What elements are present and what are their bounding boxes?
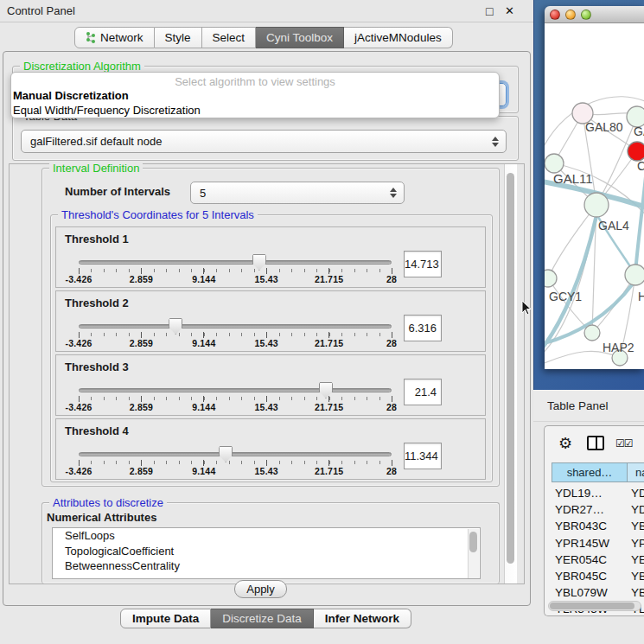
minimize-traffic-light[interactable] bbox=[565, 10, 576, 20]
zoom-traffic-light[interactable] bbox=[581, 10, 591, 20]
network-icon bbox=[86, 31, 96, 44]
network-node[interactable] bbox=[545, 270, 557, 287]
tab-discretize-data[interactable]: Discretize Data bbox=[211, 609, 314, 628]
table-panel-titlebar: Table Panel bbox=[533, 390, 644, 422]
tick-marks bbox=[79, 333, 392, 336]
numerical-attributes-label: Numerical Attributes bbox=[47, 511, 156, 524]
mouse-cursor bbox=[521, 300, 532, 316]
float-window-icon[interactable]: □ bbox=[486, 4, 493, 18]
table-rows: YDL19…YDL1 YDR27…YDR2 YBR043CYBR0 YPR145… bbox=[550, 485, 644, 616]
algorithm-dropdown-popup: Select algorithm to view settings Manual… bbox=[10, 72, 500, 118]
option-equal-width-frequency[interactable]: Equal Width/Frequency Discretization bbox=[13, 104, 495, 117]
network-window[interactable]: GAL80 GA C GAL11 GAL4 GCY1 H HAP2 bbox=[545, 6, 644, 369]
tick-marks bbox=[79, 461, 392, 464]
option-manual-discretization[interactable]: Manual Discretization bbox=[13, 89, 495, 102]
tick-marks bbox=[79, 269, 392, 272]
table-row[interactable]: YDR27…YDR2 bbox=[550, 501, 644, 518]
number-of-intervals-value: 5 bbox=[200, 187, 206, 200]
table-row[interactable]: YBR045CYBR0 bbox=[550, 568, 644, 584]
threshold-row-1: Threshold 1 -3.4262.8599.14415.4321.7152… bbox=[55, 226, 486, 288]
list-item[interactable]: BetweennessCentrality bbox=[53, 558, 480, 574]
tick-marks bbox=[79, 397, 392, 400]
tab-cyni-toolbox[interactable]: Cyni Toolbox bbox=[256, 27, 344, 48]
node-label-gal80: GAL80 bbox=[585, 120, 623, 134]
threshold-row-3: Threshold 3 -3.4262.8599.14415.4321.7152… bbox=[55, 354, 486, 416]
table-panel-title: Table Panel bbox=[547, 399, 609, 412]
list-item[interactable]: TopologicalCoefficient bbox=[53, 544, 480, 559]
node-label-hap2: HAP2 bbox=[603, 341, 634, 354]
scale-labels: -3.4262.8599.14415.4321.71528 bbox=[79, 274, 392, 286]
scale-labels: -3.4262.8599.14415.4321.71528 bbox=[79, 466, 392, 478]
threshold-1-value-field[interactable]: 14.713 bbox=[404, 251, 442, 277]
network-node[interactable] bbox=[625, 265, 644, 285]
threshold-2-value-field[interactable]: 6.316 bbox=[404, 315, 442, 341]
tab-network-label: Network bbox=[100, 28, 143, 48]
split-columns-icon[interactable] bbox=[587, 436, 604, 450]
list-scrollbar[interactable] bbox=[468, 529, 479, 579]
network-graph bbox=[545, 23, 644, 369]
threshold-row-4: Threshold 4 -3.4262.8599.14415.4321.7152… bbox=[55, 418, 486, 480]
tab-select[interactable]: Select bbox=[202, 27, 257, 48]
column-header-name[interactable]: na bbox=[627, 462, 644, 482]
table-row[interactable]: YBR043CYBR0 bbox=[550, 518, 644, 534]
tab-style-label: Style bbox=[165, 31, 191, 44]
number-of-intervals-label: Number of Intervals bbox=[65, 185, 170, 198]
vertical-scrollbar-thumb[interactable] bbox=[507, 173, 514, 564]
tab-cyni-label: Cyni Toolbox bbox=[266, 31, 333, 44]
list-item[interactable]: SelfLoops bbox=[53, 528, 480, 544]
apply-button[interactable]: Apply bbox=[234, 580, 287, 598]
horizontal-scrollbar-thumb[interactable] bbox=[550, 603, 634, 609]
node-label-partial: C bbox=[637, 159, 644, 173]
number-of-intervals-combobox[interactable]: 5 bbox=[190, 182, 405, 204]
tab-jactivemnodules[interactable]: jActiveMNodules bbox=[344, 27, 453, 48]
network-node[interactable] bbox=[545, 154, 564, 173]
screen: Control Panel □ ✕ Network Style Select C… bbox=[0, 0, 644, 644]
popup-hint: Select algorithm to view settings bbox=[11, 75, 499, 88]
discretization-algorithm-title: Discretization Algorithm bbox=[20, 60, 144, 73]
network-window-titlebar[interactable] bbox=[545, 6, 644, 23]
network-canvas[interactable]: GAL80 GA C GAL11 GAL4 GCY1 H HAP2 bbox=[545, 23, 644, 369]
tab-style[interactable]: Style bbox=[155, 27, 202, 48]
threshold-row-2: Threshold 2 -3.4262.8599.14415.4321.7152… bbox=[55, 290, 486, 352]
table-data-combobox[interactable]: galFiltered.sif default node bbox=[21, 130, 507, 153]
node-label-gcy1: GCY1 bbox=[549, 290, 582, 303]
close-traffic-light[interactable] bbox=[550, 10, 560, 20]
tab-select-label: Select bbox=[213, 31, 245, 44]
tab-impute-data[interactable]: Impute Data bbox=[120, 609, 211, 628]
threshold-3-value-field[interactable]: 21.4 bbox=[404, 379, 442, 405]
thresholds-group-title: Threshold's Coordinates for 5 Intervals bbox=[58, 208, 258, 221]
horizontal-scrollbar[interactable] bbox=[548, 601, 641, 611]
close-icon[interactable]: ✕ bbox=[505, 4, 514, 17]
interval-definition-title: Interval Definition bbox=[49, 162, 143, 175]
list-scrollbar-thumb[interactable] bbox=[469, 532, 477, 552]
table-row[interactable]: YBL079WYBL0 bbox=[550, 584, 644, 601]
tab-network[interactable]: Network bbox=[74, 27, 155, 48]
control-panel-titlebar: Control Panel bbox=[0, 0, 533, 22]
numerical-attributes-list[interactable]: SelfLoops TopologicalCoefficient Between… bbox=[52, 527, 481, 579]
tab-infer-network[interactable]: Infer Network bbox=[314, 609, 411, 628]
node-label-partial: H bbox=[638, 290, 644, 303]
attributes-group-title: Attributes to discretize bbox=[49, 496, 167, 509]
column-checkboxes-icon[interactable]: ☑☑ bbox=[615, 437, 633, 450]
scale-labels: -3.4262.8599.14415.4321.71528 bbox=[79, 402, 392, 414]
scale-labels: -3.4262.8599.14415.4321.71528 bbox=[79, 338, 392, 350]
panel-title: Control Panel bbox=[7, 4, 75, 17]
network-node[interactable] bbox=[584, 325, 600, 341]
threshold-4-value-field[interactable]: 11.344 bbox=[404, 443, 442, 469]
network-node[interactable] bbox=[584, 193, 609, 217]
bottom-tab-bar: Impute Data Discretize Data Infer Networ… bbox=[120, 609, 411, 628]
gear-icon[interactable]: ⚙ bbox=[558, 434, 572, 453]
table-row[interactable]: YPR145WYPR1 bbox=[550, 535, 644, 552]
tab-jactive-label: jActiveMNodules bbox=[354, 31, 442, 44]
table-row[interactable]: YER054CYER0 bbox=[550, 552, 644, 568]
node-label-partial: GA bbox=[634, 124, 644, 138]
table-row[interactable]: YDL19…YDL1 bbox=[550, 485, 644, 501]
table-data-value: galFiltered.sif default node bbox=[30, 135, 162, 148]
stepper-icon bbox=[492, 136, 500, 148]
network-node-selected[interactable] bbox=[628, 142, 644, 161]
node-label-gal11: GAL11 bbox=[553, 171, 593, 186]
column-header-shared[interactable]: shared… bbox=[552, 462, 628, 482]
top-tab-bar: Network Style Select Cyni Toolbox jActiv… bbox=[74, 27, 453, 48]
stepper-icon bbox=[390, 187, 398, 199]
node-label-gal4: GAL4 bbox=[598, 219, 629, 233]
